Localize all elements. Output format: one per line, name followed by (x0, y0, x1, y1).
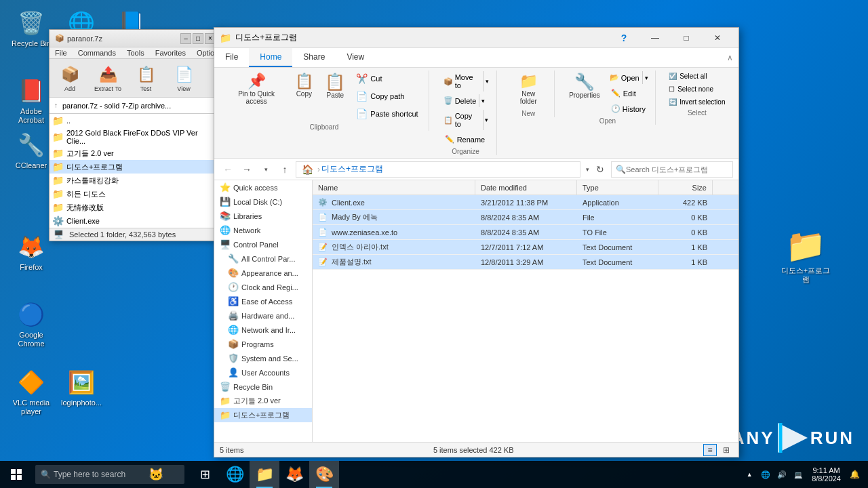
start-button[interactable] (0, 461, 33, 488)
move-to-button[interactable]: 📦 Move to ▾ (440, 70, 492, 92)
explorer-minimize-button[interactable]: — (639, 28, 671, 48)
zip-menu-tools[interactable]: Tools (121, 47, 150, 58)
cut-button[interactable]: ✂️ Cut (351, 70, 422, 87)
zip-add-button[interactable]: 📦 Add (52, 62, 87, 94)
sidebar-item-programs[interactable]: 📦 Programs (214, 337, 312, 351)
table-row[interactable]: 📝 제품설명.txt 12/8/2011 3:29 AM Text Docume… (313, 255, 738, 270)
sidebar-item-user-accounts[interactable]: 👤 User Accounts (214, 365, 312, 380)
zip-menu-file[interactable]: File (50, 47, 73, 58)
sidebar-item-gogidul[interactable]: 📁 고기들 2.0 ver (214, 394, 312, 408)
tray-network-icon[interactable]: 🌐 (757, 461, 774, 488)
tray-hardware-icon[interactable]: 💻 (790, 461, 806, 488)
sidebar-item-control-panel[interactable]: 🖥️ Control Panel (214, 237, 312, 251)
explorer-maximize-button[interactable]: □ (671, 28, 702, 48)
move-to-dropdown[interactable]: ▾ (483, 71, 491, 92)
breadcrumb-item[interactable]: 디도스+프로그램 (321, 163, 383, 175)
explorer-help-button[interactable]: ? (608, 28, 639, 48)
taskbar-color-app-button[interactable]: 🎨 (309, 461, 339, 488)
sidebar-item-didos[interactable]: 📁 디도스+프로그램 (214, 408, 312, 422)
history-button[interactable]: 🕐 History (606, 102, 651, 116)
delete-main[interactable]: 🗑️ Delete (441, 94, 479, 107)
recent-locations-button[interactable]: ▾ (258, 161, 274, 178)
pin-to-quick-access-button[interactable]: 📌 Pin to Quick access (225, 70, 288, 108)
table-row[interactable]: ⚙️ Client.exe 3/21/2012 11:38 PM Applica… (313, 195, 738, 210)
zip-menu-favorites[interactable]: Favorites (150, 47, 191, 58)
forward-button[interactable]: → (239, 161, 255, 178)
refresh-button[interactable]: ↻ (592, 161, 608, 178)
desktop-icon-vlc[interactable]: 🔶 VLC media player (7, 366, 56, 419)
taskbar-task-view-button[interactable]: ⊞ (190, 461, 220, 488)
col-header-size[interactable]: Size (658, 180, 713, 195)
notification-button[interactable]: 🔔 (846, 461, 863, 488)
breadcrumb-dropdown-button[interactable]: ▾ (586, 166, 589, 173)
table-row[interactable]: 📄 Mady By 에녹 8/8/2024 8:35 AM File 0 KB (313, 210, 738, 225)
taskbar-search-input[interactable] (54, 470, 149, 479)
up-button[interactable]: ↑ (277, 161, 293, 178)
select-all-button[interactable]: ☑️ Select all (665, 70, 728, 82)
sidebar-item-clock[interactable]: 🕐 Clock and Regi... (214, 280, 312, 294)
zip-maximize-button[interactable]: □ (193, 33, 203, 44)
sidebar-item-libraries[interactable]: 📚 Libraries (214, 209, 312, 223)
search-input[interactable] (626, 165, 721, 174)
zip-up-button[interactable]: ↑ (52, 101, 60, 110)
sidebar-item-all-control-panel[interactable]: 🔧 All Control Par... (214, 251, 312, 266)
tab-home[interactable]: Home (249, 48, 292, 67)
open-button[interactable]: 📂 Open ▾ (606, 70, 651, 85)
desktop-icon-chrome[interactable]: 🔵 Google Chrome (7, 298, 56, 351)
edit-button[interactable]: ✏️ Edit (606, 86, 651, 100)
zip-menu-commands[interactable]: Commands (73, 47, 121, 58)
sidebar-item-hardware[interactable]: 🖨️ Hardware and... (214, 308, 312, 323)
tab-view[interactable]: View (336, 48, 375, 67)
col-header-type[interactable]: Type (577, 180, 658, 195)
back-button[interactable]: ← (220, 161, 236, 178)
list-item[interactable]: 📁 无情修改版 (50, 201, 221, 214)
col-header-name[interactable]: Name (313, 180, 475, 195)
zip-minimize-button[interactable]: – (180, 33, 191, 44)
list-item[interactable]: 📁 2012 Gold Black FireFox DDoS VIP Ver C… (50, 127, 221, 146)
rename-button[interactable]: ✏️ Rename (440, 132, 492, 146)
sidebar-item-recycle-bin[interactable]: 🗑️ Recycle Bin (214, 380, 312, 394)
zip-extract-button[interactable]: 📤 Extract To (90, 62, 125, 94)
sidebar-item-network-internet[interactable]: 🌐 Network and Ir... (214, 323, 312, 337)
tray-volume-icon[interactable]: 🔊 (774, 461, 790, 488)
copy-to-dropdown[interactable]: ▾ (483, 110, 491, 130)
col-header-date[interactable]: Date modified (475, 180, 577, 195)
select-none-button[interactable]: ☐ Select none (665, 83, 728, 95)
copy-button[interactable]: 📋 Copy (289, 70, 319, 101)
delete-dropdown[interactable]: ▾ (479, 94, 487, 107)
move-to-main[interactable]: 📦 Move to (441, 71, 483, 92)
ribbon-collapse-button[interactable]: ∧ (722, 48, 738, 67)
tab-share[interactable]: Share (292, 48, 336, 67)
paste-button[interactable]: 📋 Paste (320, 70, 350, 102)
list-item[interactable]: 📁 디도스+프로그램 (50, 160, 221, 174)
zip-view-button[interactable]: 📄 View (166, 62, 201, 94)
desktop-folder-didos[interactable]: 📁 디도스+프로그램 (778, 227, 833, 284)
invert-selection-button[interactable]: 🔄 Invert selection (665, 96, 728, 108)
list-item[interactable]: 📁 히든 디도스 (50, 187, 221, 201)
list-item[interactable]: 📁 .. (50, 114, 221, 127)
tray-show-hidden-button[interactable]: ▲ (741, 461, 757, 488)
sidebar-item-ease-of-access[interactable]: ♿ Ease of Access (214, 294, 312, 308)
table-row[interactable]: 📝 인덱스 아리아.txt 12/7/2011 7:12 AM Text Doc… (313, 240, 738, 255)
sidebar-item-quick-access[interactable]: ⭐ Quick access (214, 180, 312, 195)
explorer-close-button[interactable]: ✕ (702, 28, 733, 48)
search-box[interactable]: 🔍 (611, 161, 733, 178)
delete-button[interactable]: 🗑️ Delete ▾ (440, 94, 492, 108)
copy-path-button[interactable]: 📄 Copy path (351, 88, 422, 104)
list-item[interactable]: ⚙️ Client.exe (50, 214, 221, 228)
taskbar-clock[interactable]: 9:11 AM 8/8/2024 (806, 461, 846, 488)
desktop-icon-loginphoto[interactable]: 🖼️ loginphoto... (57, 366, 106, 410)
taskbar-edge-button[interactable]: 🌐 (220, 461, 250, 488)
taskbar-firefox-button[interactable]: 🦊 (279, 461, 309, 488)
tab-file[interactable]: File (214, 48, 249, 67)
taskbar-file-explorer-button[interactable]: 📁 (250, 461, 279, 488)
sidebar-item-network[interactable]: 🌐 Network (214, 223, 312, 237)
zip-test-button[interactable]: 📋 Test (128, 62, 163, 94)
sidebar-item-system[interactable]: 🛡️ System and Se... (214, 351, 312, 365)
paste-shortcut-button[interactable]: 📄 Paste shortcut (351, 106, 422, 122)
details-view-button[interactable]: ≡ (703, 444, 717, 456)
copy-to-button[interactable]: 📋 Copy to ▾ (440, 109, 492, 131)
copy-to-main[interactable]: 📋 Copy to (441, 110, 483, 130)
table-row[interactable]: 📄 www.zeniasea.xe.to 8/8/2024 8:35 AM TO… (313, 225, 738, 240)
taskbar-search-box[interactable]: 🔍 🐱 (35, 465, 184, 484)
